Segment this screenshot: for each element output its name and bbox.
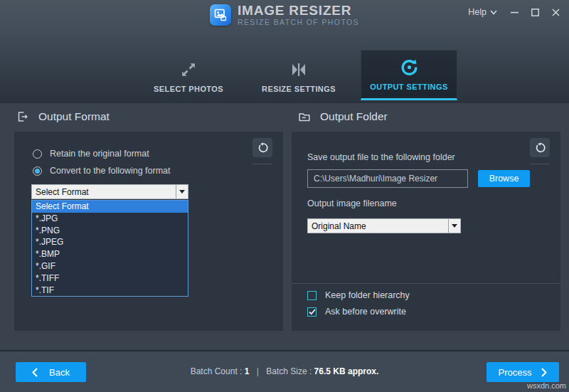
- checkbox-label: Ask before overwrite: [325, 307, 406, 317]
- check-icon: [309, 309, 316, 315]
- chevron-down-icon: [490, 10, 497, 15]
- caret-down-icon: [452, 224, 457, 228]
- tab-label: SELECT PHOTOS: [154, 85, 223, 93]
- process-label: Process: [499, 367, 532, 378]
- refresh-icon: [400, 58, 419, 77]
- checkbox-icon: [307, 291, 317, 300]
- reset-icon: [535, 142, 546, 153]
- minimize-icon: [511, 11, 519, 14]
- dropdown-arrow-button[interactable]: [448, 219, 460, 233]
- app-subtitle: RESIZE BATCH OF PHOTOS: [238, 18, 359, 27]
- titlebar: IMAGE RESIZER RESIZE BATCH OF PHOTOS Hel…: [0, 0, 569, 31]
- format-option[interactable]: *.PNG: [32, 225, 188, 237]
- main-tabs: SELECT PHOTOS RESIZE SETTINGS OUTPUT SET…: [140, 50, 457, 100]
- format-option[interactable]: *.GIF: [32, 260, 188, 272]
- format-dropdown-value: Select Format: [32, 185, 176, 198]
- batch-count-label: Batch Count :: [191, 366, 243, 376]
- resize-horizontal-icon: [289, 60, 308, 79]
- maximize-button[interactable]: [527, 6, 543, 18]
- batch-size-label: Batch Size :: [266, 366, 312, 376]
- checkbox-label: Keep folder hierarchy: [325, 290, 410, 300]
- format-option[interactable]: *.JPG: [32, 213, 188, 225]
- export-format-icon: [16, 110, 30, 124]
- reset-icon: [257, 142, 268, 153]
- batch-size-value: 76.5 KB approx.: [314, 366, 379, 376]
- output-folder-title: Output Folder: [320, 110, 388, 123]
- batch-info: Batch Count : 1 | Batch Size : 76.5 KB a…: [0, 366, 569, 376]
- radio-convert-format[interactable]: Convert to the following format: [33, 166, 171, 176]
- radio-selected-icon: [33, 166, 42, 176]
- checkbox-checked-icon: [307, 307, 317, 317]
- browse-button[interactable]: Browse: [478, 170, 530, 187]
- output-folder-icon: [297, 110, 312, 124]
- filename-dropdown-value: Original Name: [308, 219, 448, 233]
- caret-down-icon: [179, 190, 185, 194]
- output-format-panel: Retain the original format Convert to th…: [14, 132, 283, 331]
- process-button[interactable]: Process: [486, 362, 559, 382]
- chevron-right-icon: [541, 368, 547, 377]
- tab-select-photos[interactable]: SELECT PHOTOS: [140, 50, 237, 100]
- divider: [530, 164, 550, 164]
- app-title: IMAGE RESIZER: [238, 3, 359, 18]
- footer-bar: Back Batch Count : 1 | Batch Size : 76.5…: [0, 350, 569, 392]
- output-format-title: Output Format: [38, 110, 110, 123]
- format-option-list: Select Format *.JPG *.PNG *.JPEG *.BMP *…: [31, 200, 188, 297]
- expand-arrows-icon: [179, 60, 198, 79]
- dropdown-arrow-button[interactable]: [176, 185, 188, 198]
- watermark: wsxdn.com: [527, 381, 566, 390]
- keep-hierarchy-checkbox[interactable]: Keep folder hierarchy: [307, 290, 410, 300]
- tab-label: OUTPUT SETTINGS: [370, 83, 447, 91]
- radio-label: Convert to the following format: [50, 166, 171, 176]
- tab-resize-settings[interactable]: RESIZE SETTINGS: [250, 50, 347, 100]
- app-header: IMAGE RESIZER RESIZE BATCH OF PHOTOS Hel…: [0, 0, 569, 103]
- ask-overwrite-checkbox[interactable]: Ask before overwrite: [307, 307, 406, 317]
- radio-retain-format[interactable]: Retain the original format: [33, 149, 149, 159]
- help-label: Help: [468, 7, 486, 17]
- divider: [252, 164, 272, 164]
- filename-dropdown[interactable]: Original Name: [307, 218, 461, 233]
- format-option[interactable]: *.JPEG: [32, 236, 188, 248]
- minimize-button[interactable]: [506, 6, 522, 18]
- filename-label: Output image filename: [307, 198, 397, 208]
- close-button[interactable]: [548, 6, 563, 18]
- maximize-icon: [531, 9, 539, 16]
- divider: [292, 283, 560, 284]
- format-option[interactable]: *.TIF: [32, 285, 188, 297]
- radio-label: Retain the original format: [50, 149, 149, 159]
- close-icon: [552, 9, 560, 16]
- format-option[interactable]: Select Format: [32, 201, 188, 213]
- app-logo-icon: [210, 4, 231, 26]
- help-menu[interactable]: Help: [468, 7, 497, 17]
- separator: |: [257, 366, 259, 376]
- save-folder-label: Save output file to the following folder: [307, 152, 455, 162]
- radio-icon: [33, 149, 42, 159]
- output-folder-panel: Save output file to the following folder…: [292, 132, 560, 331]
- reset-format-button[interactable]: [252, 138, 272, 157]
- reset-folder-button[interactable]: [530, 138, 550, 157]
- batch-count-value: 1: [245, 366, 250, 376]
- format-dropdown[interactable]: Select Format: [31, 184, 188, 199]
- tab-label: RESIZE SETTINGS: [262, 85, 336, 93]
- tab-output-settings[interactable]: OUTPUT SETTINGS: [361, 50, 457, 100]
- format-option[interactable]: *.TIFF: [32, 272, 188, 285]
- format-option[interactable]: *.BMP: [32, 248, 188, 260]
- folder-path-input[interactable]: [307, 169, 468, 188]
